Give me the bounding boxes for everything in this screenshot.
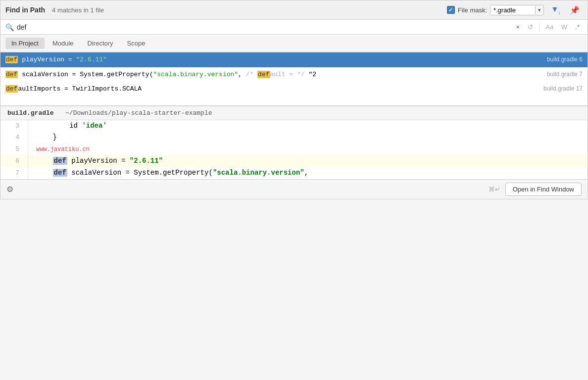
string-literal: 'idea' [82,122,106,130]
tab-module[interactable]: Module [47,38,80,49]
keyboard-shortcut: ⌘↵ [489,186,500,193]
file-mask-dropdown[interactable]: ▾ [535,6,543,14]
code-line: 7 def scalaVersion = System.getProperty(… [0,167,588,179]
line-gutter [25,120,28,132]
toolbar: Find in Path 4 matches in 1 file File ma… [0,0,588,20]
keyword-def: def [53,157,67,165]
line-number: 6 [0,156,25,167]
code-line: 3 id 'idea' [0,120,588,132]
line-gutter [25,132,28,143]
search-divider [539,23,539,31]
file-reference: build.gradle 17 [543,84,583,93]
search-actions: × ↺ Aa W .* [513,22,583,32]
file-mask-label: File mask: [458,6,487,14]
result-text: def scalaVersion = System.getProperty("s… [5,70,542,80]
file-mask-checkbox[interactable] [447,6,455,14]
line-content: def scalaVersion = System.getProperty("s… [33,167,588,179]
line-content: } [33,132,588,143]
search-bar: 🔍 × ↺ Aa W .* [0,20,588,35]
match-highlight: def [5,56,18,63]
string-literal: "2.6.11" [130,157,163,165]
whole-word-button[interactable]: W [558,22,570,32]
open-in-find-window-button[interactable]: Open in Find Window [505,183,582,196]
line-content: def playVersion = "2.6.11" [33,155,588,167]
file-mask-input-wrapper: ▾ [490,5,544,15]
find-in-path-panel: Find in Path 4 matches in 1 file File ma… [0,0,588,199]
pin-button[interactable]: 📌 [567,4,583,16]
file-mask-input[interactable] [490,5,535,15]
file-reference: build.gradle 6 [547,55,583,64]
code-line: 4 } [0,132,588,143]
file-mask-section: File mask: ▾ [447,5,544,15]
code-preview-header: build.gradle ~/Downloads/play-scala-star… [0,106,588,120]
search-icon: 🔍 [5,23,14,31]
clear-search-button[interactable]: × [513,22,523,32]
bottom-bar: ⚙ ⌘↵ Open in Find Window [0,179,588,199]
file-mask-checkbox-box[interactable] [447,6,455,14]
scope-tabs: In Project Module Directory Scope [0,35,588,52]
tab-scope[interactable]: Scope [121,38,151,49]
match-highlight: def [5,71,18,78]
line-number: 7 [0,168,25,179]
reset-search-button[interactable]: ↺ [525,22,536,32]
code-preview-body: 3 id 'idea' 4 } 5 www.java [0,120,588,179]
preview-path-text: ~/Downloads/play-scala-starter-example [65,109,212,117]
table-row[interactable]: def scalaVersion = System.getProperty("s… [0,67,588,82]
code-line-highlighted: 6 def playVersion = "2.6.11" [0,155,588,167]
settings-button[interactable]: ⚙ [6,185,13,194]
bottom-right-actions: ⌘↵ Open in Find Window [489,183,582,196]
results-list: def playVersion = "2.6.11" build.gradle … [0,52,588,106]
result-text: defaultImports = TwirlImports.SCALA [5,84,539,94]
match-case-button[interactable]: Aa [542,22,556,32]
filter-button[interactable]: ▼| [548,3,563,16]
line-gutter [25,143,28,155]
line-number: 4 [0,132,25,143]
line-gutter [25,167,28,179]
string-literal: "scala.binary.version" [213,169,304,177]
preview-path [57,109,61,117]
file-reference: build.gradle 7 [547,70,583,79]
result-text: def playVersion = "2.6.11" [5,55,542,65]
search-input[interactable] [17,23,510,31]
preview-filename: build.gradle [7,109,54,117]
regex-button[interactable]: .* [572,22,583,32]
line-content: id 'idea' [33,120,588,132]
table-row[interactable]: def playVersion = "2.6.11" build.gradle … [0,52,588,67]
line-gutter [25,155,28,167]
table-row[interactable]: defaultImports = TwirlImports.SCALA buil… [0,82,588,96]
match-highlight: def [5,85,18,93]
line-number: 3 [0,121,25,132]
watermark-text: www.javatiku.cn [36,146,90,153]
code-line: 5 www.javatiku.cn [0,143,588,155]
tab-directory[interactable]: Directory [82,38,119,49]
keyword-def: def [53,169,67,177]
panel-title: Find in Path [5,6,45,14]
line-number: 5 [0,144,25,155]
match-count: 4 matches in 1 file [52,6,443,14]
tab-in-project[interactable]: In Project [5,38,45,49]
line-content: www.javatiku.cn [33,143,588,155]
spacer [0,96,588,105]
match-highlight-inline: def [257,71,270,78]
code-preview: 3 id 'idea' 4 } 5 www.java [0,120,588,179]
